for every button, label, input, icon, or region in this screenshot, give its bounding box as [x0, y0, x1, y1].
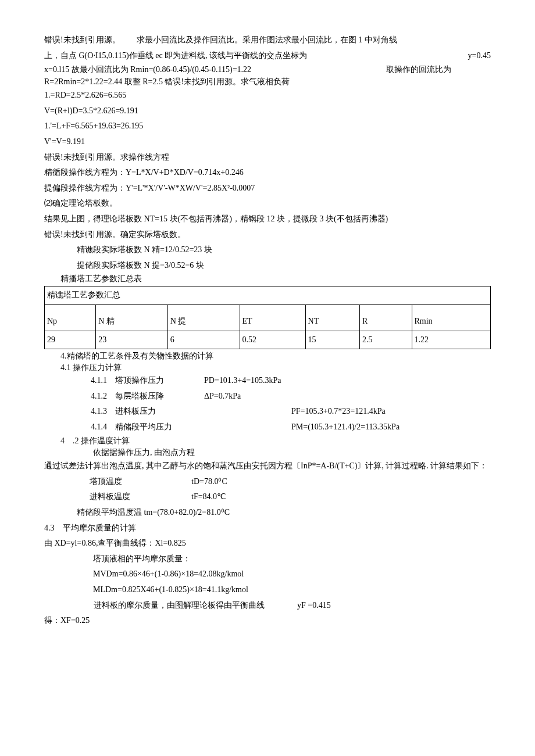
cell-value: 1.22 — [412, 331, 491, 349]
cell-header: Rmin — [412, 304, 491, 331]
para: 错误!未找到引用源。确定实际塔板数。 — [44, 227, 491, 243]
row: 4.1.3 进料板压力 PF=105.3+0.7*23=121.4kPa — [44, 404, 491, 420]
heading: 4.1 操作压力计算 — [44, 362, 491, 374]
para: 精循段操作线方程为：Y=L*X/V+D*XD/V=0.714x+0.246 — [44, 165, 491, 181]
cell-value: 0.52 — [240, 331, 305, 349]
text: x=0.l15 故最小回流比为 Rmin=(0.86-0.45)/(0.45-0… — [44, 63, 294, 76]
para: 1.'=L+F=6.565+19.63=26.195 — [44, 119, 491, 134]
row: 4.1.1 塔顶操作压力 PD=101.3+4=105.3kPa — [44, 373, 491, 389]
value: tF=84.0℃ — [191, 489, 226, 505]
cell-value: 15 — [305, 331, 359, 349]
label: 进料板的摩尔质量，由图解理论板得由平衡曲线 — [94, 598, 297, 614]
label: 进料板温度 — [90, 489, 191, 505]
cell-value: 23 — [96, 331, 168, 349]
value: tD=78.0⁰C — [191, 474, 227, 490]
para: 塔顶液相的平均摩尔质量： — [44, 551, 491, 567]
heading: 4 .2 操作温度计算 — [44, 435, 491, 447]
value: PM=(105.3+121.4)/2=113.35kPa — [291, 420, 400, 435]
cell-header: ET — [240, 304, 305, 331]
label: 塔顶温度 — [90, 474, 191, 490]
para: 提储段实际塔板数 N 提=3/0.52=6 块 — [44, 258, 491, 274]
cell-value: 2.5 — [360, 331, 412, 349]
para: V=(R+l)D=3.5*2.626=9.191 — [44, 103, 491, 119]
heading: 4.精储塔的工艺条件及有关物性数据的计算 — [44, 350, 491, 362]
row: 4.1.4 精储段平均压力 PM=(105.3+121.4)/2=113.35k… — [44, 420, 491, 435]
para: 结果见上图，得理论塔板数 NT=15 块(不包括再沸器)，精锅段 12 块，提微… — [44, 212, 491, 227]
para: x=0.l15 故最小回流比为 Rmin=(0.86-0.45)/(0.45-0… — [44, 63, 491, 76]
cell-header: N 提 — [167, 304, 240, 331]
value: yF =0.415 — [297, 598, 331, 614]
cell-header: NT — [305, 304, 359, 331]
text: 上，自点 G(O·I15,0.115)作垂线 ec 即为进料线, 该线与平衡线的… — [44, 48, 307, 64]
table-title: 精谯塔工艺参数汇总 — [45, 286, 491, 304]
para: 通过试差法计算出泡点温度, 其中乙醇与水的饱和蒸汽压由安托因方程〔InP*=A-… — [44, 458, 491, 474]
cell-header: R — [360, 304, 412, 331]
row: 塔顶温度 tD=78.0⁰C — [44, 474, 491, 490]
row: 进料板的摩尔质量，由图解理论板得由平衡曲线 yF =0.415 — [44, 598, 491, 614]
cell-value: 29 — [45, 331, 96, 349]
cell-value: 6 — [167, 331, 240, 349]
label: 4.1.3 进料板压力 — [91, 404, 291, 420]
para: 1.=RD=2.5*2.626=6.565 — [44, 88, 491, 103]
table-caption: 精播塔工艺参数汇总表 — [44, 273, 491, 285]
value: PD=101.3+4=105.3kPa — [204, 373, 281, 389]
para: 依据据操作压力, 由泡点方程 — [44, 446, 491, 458]
value: ΔP=0.7kPa — [204, 389, 241, 404]
value: PF=105.3+0.7*23=121.4kPa — [291, 404, 386, 420]
label: 4.1.2 每层塔板压降 — [91, 389, 204, 404]
row: 进料板温度 tF=84.0℃ — [44, 489, 491, 505]
row: 4.1.2 每层塔板压降 ΔP=0.7kPa — [44, 389, 491, 404]
para: 精谯段实际塔板数 N 精=12/0.52=23 块 — [44, 242, 491, 258]
label: 4.1.4 精储段平均压力 — [91, 420, 291, 435]
heading: 4.3 平均摩尔质量的计算 — [44, 521, 491, 536]
para: 提偏段操作线方程为：Y'=L'*X'/V'-W*XW/V'=2.85X²-0.0… — [44, 181, 491, 196]
para: MVDm=0.86×46+(1-0.86)×18=42.08kg/kmol — [44, 567, 491, 582]
para: ⑵确定理论塔板数。 — [44, 196, 491, 212]
label: 4.1.1 塔顶操作压力 — [91, 373, 204, 389]
para: 错误!未找到引用源。 求最小回流比及操作回流比。采用作图法求最小回流比，在图 1… — [44, 33, 491, 48]
cell-header: N 精 — [96, 304, 168, 331]
text: y=0.45 — [468, 48, 491, 64]
text: 取操作的回流比为 — [386, 63, 491, 76]
para: R=2Rmin=2*1.22=2.44 取整 R=2.5 错误!未找到引用源。求… — [44, 76, 491, 88]
para: 上，自点 G(O·I15,0.115)作垂线 ec 即为进料线, 该线与平衡线的… — [44, 48, 491, 64]
para: 错误!未找到引用源。求操作线方程 — [44, 150, 491, 166]
para: MLDm=0.825X46+(1-0.825)×18=41.1kg/kmol — [44, 582, 491, 598]
para: 精储段平均温度温 tm=(78.0+82.0)/2=81.0⁰C — [44, 505, 491, 521]
para: V'=V=9.191 — [44, 134, 491, 150]
cell-header: Np — [45, 304, 96, 331]
params-table: 精谯塔工艺参数汇总 Np N 精 N 提 ET NT R Rmin 29 23 … — [44, 286, 491, 349]
para: 得：XF=0.25 — [44, 613, 491, 629]
para: 由 XD=yl=0.86,查平衡曲线得：Xl=0.825 — [44, 536, 491, 551]
